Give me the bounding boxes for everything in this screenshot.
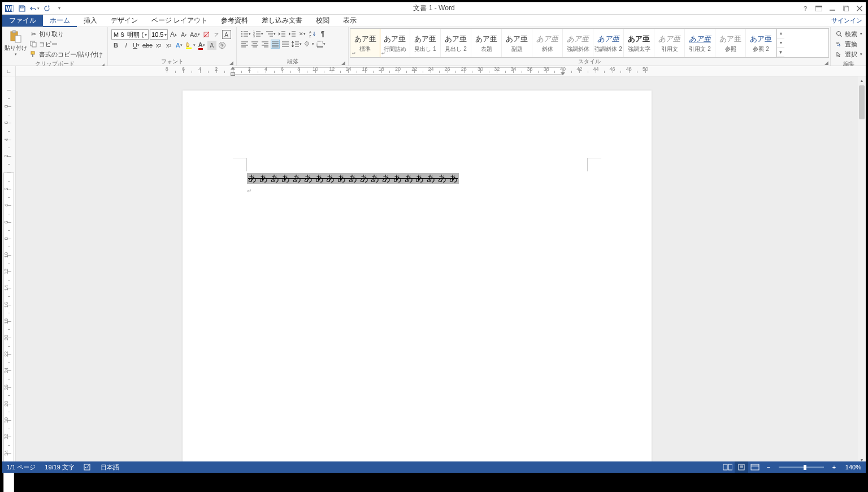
scroll-thumb[interactable]: [859, 85, 865, 119]
horizontal-ruler[interactable]: ∟ 86422468101214161820222426283032343638…: [2, 66, 866, 76]
help-icon[interactable]: ?: [800, 3, 810, 14]
font-size-combo[interactable]: 10.5▾: [150, 29, 168, 40]
word-count-status[interactable]: 19/19 文字: [40, 461, 79, 473]
asian-layout-button[interactable]: ✕▾: [298, 29, 307, 38]
clear-formatting-button[interactable]: [202, 30, 211, 39]
multilevel-list-button[interactable]: ▾: [265, 29, 276, 38]
vertical-scrollbar[interactable]: ▴ ▾: [858, 76, 866, 464]
find-button[interactable]: 検索▾: [834, 29, 863, 38]
paragraph-launcher-icon[interactable]: ◢: [340, 60, 346, 66]
style-item-副題[interactable]: あア亜副題: [502, 29, 532, 57]
style-item-強調斜体 2[interactable]: あア亜強調斜体 2: [593, 29, 624, 57]
font-name-combo[interactable]: ＭＳ 明朝 (本▾: [111, 29, 149, 40]
style-item-斜体[interactable]: あア亜斜体: [532, 29, 563, 57]
language-status[interactable]: 日本語: [96, 461, 124, 473]
zoom-in-button[interactable]: +: [827, 461, 841, 473]
style-item-行間詰め[interactable]: あア亜行間詰め↵: [380, 29, 410, 57]
hanging-indent-marker[interactable]: [231, 72, 235, 76]
undo-icon[interactable]: ▾: [29, 3, 40, 14]
highlight-button[interactable]: ▾: [185, 41, 196, 50]
bold-button[interactable]: B: [111, 41, 120, 50]
vertical-ruler[interactable]: 864224681012141618202224262830323436: [2, 76, 16, 464]
zoom-out-button[interactable]: −: [762, 461, 775, 473]
subscript-button[interactable]: x2: [154, 41, 163, 50]
document-scroll[interactable]: あ あ あ あ あ あ あ あ あ あ あ あ あ あ あ あ あ あ あ ↵ …: [16, 76, 866, 464]
ribbon-display-icon[interactable]: [814, 3, 824, 14]
tab-home[interactable]: ホーム: [43, 15, 77, 27]
styles-launcher-icon[interactable]: ◢: [823, 60, 829, 66]
numbering-button[interactable]: 123▾: [253, 29, 264, 38]
change-case-button[interactable]: Aa▾: [189, 30, 200, 39]
sort-button[interactable]: AZ: [308, 29, 317, 38]
bullets-button[interactable]: ▾: [240, 29, 251, 38]
page[interactable]: あ あ あ あ あ あ あ あ あ あ あ あ あ あ あ あ あ あ あ ↵: [183, 90, 652, 464]
char-shading-button[interactable]: A: [207, 41, 216, 50]
show-paragraph-marks-button[interactable]: ¶: [318, 29, 327, 38]
tab-references[interactable]: 参考資料: [214, 15, 255, 27]
text-effects-button[interactable]: A▾: [175, 41, 184, 50]
tab-selector[interactable]: ∟: [2, 66, 16, 76]
font-color-button[interactable]: A▾: [197, 41, 206, 50]
proofing-status[interactable]: [79, 461, 96, 473]
selected-text[interactable]: あ あ あ あ あ あ あ あ あ あ あ あ あ あ あ あ あ あ あ: [247, 173, 459, 184]
maximize-icon[interactable]: [841, 3, 851, 14]
style-item-引用文[interactable]: あア亜引用文: [654, 29, 685, 57]
underline-button[interactable]: U▾: [132, 41, 141, 50]
qat-customize-icon[interactable]: ▾: [54, 3, 64, 14]
borders-button[interactable]: ▾: [316, 40, 326, 49]
align-left-button[interactable]: [240, 40, 249, 49]
style-item-引用文 2[interactable]: あア亜引用文 2: [685, 29, 715, 57]
web-layout-view-button[interactable]: [748, 461, 762, 473]
phonetic-guide-button[interactable]: ア: [212, 30, 221, 39]
style-item-見出し 1[interactable]: あア亜見出し 1: [410, 29, 441, 57]
line-spacing-button[interactable]: ▾: [291, 40, 302, 49]
decrease-indent-button[interactable]: [277, 29, 287, 38]
page-count-status[interactable]: 1/1 ページ: [2, 461, 40, 473]
copy-button[interactable]: コピー: [28, 40, 104, 49]
align-justify-button[interactable]: [271, 40, 280, 49]
tab-review[interactable]: 校閲: [309, 15, 336, 27]
scroll-up-icon[interactable]: ▴: [858, 76, 866, 84]
font-launcher-icon[interactable]: ◢: [228, 60, 234, 66]
styles-scroll-down[interactable]: ▾: [777, 38, 784, 48]
style-item-表題[interactable]: あア亜表題: [471, 29, 502, 57]
style-item-参照 2[interactable]: あア亜参照 2: [746, 29, 776, 57]
tab-file[interactable]: ファイル: [2, 15, 43, 27]
redo-icon[interactable]: [42, 3, 52, 14]
align-center-button[interactable]: [250, 40, 259, 49]
styles-scroll-up[interactable]: ▴: [777, 29, 784, 38]
paste-button[interactable]: 貼り付け ▾: [5, 28, 27, 58]
select-button[interactable]: 選択▾: [834, 50, 863, 59]
style-item-強調太字[interactable]: あア亜強調太字: [624, 29, 654, 57]
shrink-font-button[interactable]: A▾: [179, 30, 188, 39]
styles-expand-button[interactable]: ▼: [777, 48, 784, 57]
cut-button[interactable]: ✂切り取り: [28, 29, 104, 38]
shading-button[interactable]: ▾: [303, 40, 315, 49]
char-border-button[interactable]: A: [222, 30, 231, 39]
first-line-indent-marker[interactable]: [231, 67, 235, 70]
style-item-参照[interactable]: あア亜参照: [715, 29, 746, 57]
strikethrough-button[interactable]: abc: [142, 41, 153, 50]
sign-in-link[interactable]: サインイン: [831, 15, 862, 27]
save-icon[interactable]: [17, 3, 27, 14]
style-item-見出し 2[interactable]: あア亜見出し 2: [441, 29, 471, 57]
format-painter-button[interactable]: 書式のコピー/貼り付け: [28, 50, 104, 59]
zoom-slider[interactable]: [779, 467, 824, 468]
italic-button[interactable]: I: [121, 41, 131, 50]
tab-design[interactable]: デザイン: [104, 15, 145, 27]
replace-button[interactable]: ab置換: [834, 40, 863, 49]
tab-layout[interactable]: ページ レイアウト: [145, 15, 214, 27]
style-item-標準[interactable]: あア亜標準↵: [350, 28, 380, 58]
increase-indent-button[interactable]: [288, 29, 297, 38]
read-mode-view-button[interactable]: [721, 461, 735, 473]
print-layout-view-button[interactable]: [735, 461, 748, 473]
tab-view[interactable]: 表示: [336, 15, 363, 27]
align-right-button[interactable]: [261, 40, 270, 49]
zoom-level[interactable]: 140%: [841, 461, 866, 473]
distribute-button[interactable]: [281, 40, 290, 49]
superscript-button[interactable]: x2: [164, 41, 173, 50]
close-icon[interactable]: [854, 3, 865, 14]
enclose-char-button[interactable]: 字: [218, 41, 227, 50]
grow-font-button[interactable]: A▴: [169, 30, 178, 39]
style-item-強調斜体[interactable]: あア亜強調斜体: [563, 29, 593, 57]
